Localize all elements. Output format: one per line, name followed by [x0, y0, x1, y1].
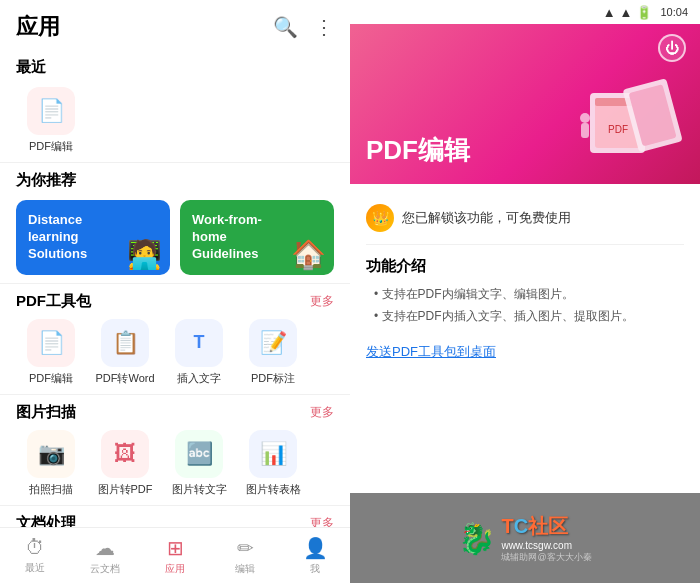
recent-label: 最近 — [16, 58, 46, 77]
power-icon: ⏻ — [665, 40, 679, 56]
image-to-pdf-icon: 🖼 — [101, 430, 149, 478]
nav-apps[interactable]: ⊞ 应用 — [140, 536, 210, 576]
image-scan-more[interactable]: 更多 — [310, 404, 334, 421]
time-display: 10:04 — [660, 6, 688, 18]
pdf-edit-tool-icon: 📄 — [27, 319, 75, 367]
image-to-text-icon: 🔤 — [175, 430, 223, 478]
hero-title: PDF编辑 — [366, 133, 470, 168]
wifi-icon: ▲ — [603, 5, 616, 20]
hero-illustration: PDF — [570, 63, 690, 179]
work-from-home-banner[interactable]: Work-from-home Guidelines 🏠 — [180, 200, 334, 275]
image-scan-label: 图片扫描 — [16, 403, 76, 422]
nav-recent[interactable]: ⏱ 最近 — [0, 536, 70, 575]
image-to-table-label: 图片转表格 — [246, 482, 301, 497]
pdf-edit-tool-label: PDF编辑 — [29, 371, 73, 386]
pdf-tools-header: PDF工具包 更多 — [0, 284, 350, 315]
more-options-icon[interactable]: ⋮ — [314, 15, 334, 39]
feature-item-1: 支持在PDF内编辑文字、编辑图片。 — [374, 284, 684, 306]
pdf-to-word-icon: 📋 — [101, 319, 149, 367]
status-icons: ▲ ▲ 🔋 — [603, 5, 653, 20]
nav-apps-label: 应用 — [165, 562, 185, 576]
nav-recent-label: 最近 — [25, 561, 45, 575]
bottom-navigation: ⏱ 最近 ☁ 云文档 ⊞ 应用 ✏ 编辑 👤 我 — [0, 527, 350, 583]
insert-text-label: 插入文字 — [177, 371, 221, 386]
insert-text-tool[interactable]: T 插入文字 — [164, 319, 234, 386]
pdf-to-word-label: PDF转Word — [95, 371, 154, 386]
unlock-text: 您已解锁该功能，可免费使用 — [402, 209, 571, 227]
search-icon[interactable]: 🔍 — [273, 15, 298, 39]
svg-text:PDF: PDF — [608, 124, 628, 135]
nav-edit-label: 编辑 — [235, 562, 255, 576]
nav-profile-icon: 👤 — [303, 536, 328, 560]
recent-row: 📄 PDF编辑 — [0, 81, 350, 162]
pdf-to-word-tool[interactable]: 📋 PDF转Word — [90, 319, 160, 386]
left-header: 应用 🔍 ⋮ — [0, 0, 350, 50]
photo-scan-label: 拍照扫描 — [29, 482, 73, 497]
image-to-text-tool[interactable]: 🔤 图片转文字 — [164, 430, 234, 497]
feature-list: 支持在PDF内编辑文字、编辑图片。 支持在PDF内插入文字、插入图片、提取图片。 — [366, 284, 684, 327]
nav-recent-icon: ⏱ — [25, 536, 45, 559]
svg-rect-7 — [581, 123, 589, 138]
image-to-text-label: 图片转文字 — [172, 482, 227, 497]
nav-cloud-icon: ☁ — [95, 536, 115, 560]
nav-apps-icon: ⊞ — [167, 536, 184, 560]
image-to-pdf-tool[interactable]: 🖼 图片转PDF — [90, 430, 160, 497]
nav-edit-icon: ✏ — [237, 536, 254, 560]
feature-item-2: 支持在PDF内插入文字、插入图片、提取图片。 — [374, 306, 684, 328]
app-title: 应用 — [16, 12, 60, 42]
pdf-annotate-tool[interactable]: 📝 PDF标注 — [238, 319, 308, 386]
watermark-line3: 城辅助网@客大大小秦 — [501, 551, 591, 564]
watermark-overlay: 🐉 TC社区 www.tcsgw.com 城辅助网@客大大小秦 — [350, 493, 700, 583]
svg-point-6 — [580, 113, 590, 123]
left-scroll-area: 最近 📄 PDF编辑 为你推荐 Distance learning Soluti… — [0, 50, 350, 583]
battery-icon: 🔋 — [636, 5, 652, 20]
distance-learning-banner[interactable]: Distance learning Solutions 🧑‍💻 — [16, 200, 170, 275]
pdf-tools-more[interactable]: 更多 — [310, 293, 334, 310]
pdf-edit-icon: 📄 — [27, 87, 75, 135]
recommended-label: 为你推荐 — [16, 171, 76, 190]
banner-green-illustration: 🏠 — [291, 238, 326, 271]
feature-intro-title: 功能介绍 — [366, 257, 684, 276]
banner-green-text: Work-from-home Guidelines — [192, 212, 277, 263]
pdf-annotate-label: PDF标注 — [251, 371, 295, 386]
nav-profile-label: 我 — [310, 562, 320, 576]
pdf-edit-tool[interactable]: 📄 PDF编辑 — [16, 319, 86, 386]
nav-edit[interactable]: ✏ 编辑 — [210, 536, 280, 576]
unlock-row: 👑 您已解锁该功能，可免费使用 — [366, 196, 684, 245]
watermark-tc: TC社区 — [501, 513, 591, 540]
send-to-desktop-link[interactable]: 发送PDF工具包到桌面 — [366, 343, 684, 361]
nav-profile[interactable]: 👤 我 — [280, 536, 350, 576]
recent-section-header: 最近 — [0, 50, 350, 81]
signal-icon: ▲ — [620, 5, 633, 20]
pdf-tools-row: 📄 PDF编辑 📋 PDF转Word T 插入文字 📝 PDF标注 — [0, 315, 350, 394]
power-button[interactable]: ⏻ — [658, 34, 686, 62]
header-icons: 🔍 ⋮ — [273, 15, 334, 39]
nav-cloud[interactable]: ☁ 云文档 — [70, 536, 140, 576]
banner-row: Distance learning Solutions 🧑‍💻 Work-fro… — [0, 194, 350, 283]
photo-scan-icon: 📷 — [27, 430, 75, 478]
photo-scan-tool[interactable]: 📷 拍照扫描 — [16, 430, 86, 497]
image-scan-row: 📷 拍照扫描 🖼 图片转PDF 🔤 图片转文字 📊 图片转表格 — [0, 426, 350, 505]
status-bar: ▲ ▲ 🔋 10:04 — [350, 0, 700, 24]
crown-icon: 👑 — [366, 204, 394, 232]
banner-blue-text: Distance learning Solutions — [28, 212, 113, 263]
image-to-table-icon: 📊 — [249, 430, 297, 478]
recommended-section-header: 为你推荐 — [0, 163, 350, 194]
watermark-url: www.tcsgw.com — [501, 540, 591, 551]
pdf-edit-label: PDF编辑 — [29, 139, 73, 154]
image-to-pdf-label: 图片转PDF — [98, 482, 153, 497]
pdf-annotate-icon: 📝 — [249, 319, 297, 367]
image-scan-header: 图片扫描 更多 — [0, 395, 350, 426]
image-to-table-tool[interactable]: 📊 图片转表格 — [238, 430, 308, 497]
banner-blue-illustration: 🧑‍💻 — [127, 238, 162, 271]
right-hero-section: ⏻ PDF编辑 PDF — [350, 24, 700, 184]
right-panel: ▲ ▲ 🔋 10:04 ⏻ PDF编辑 PDF — [350, 0, 700, 583]
recent-pdf-edit[interactable]: 📄 PDF编辑 — [16, 87, 86, 154]
pdf-tools-label: PDF工具包 — [16, 292, 91, 311]
insert-text-icon: T — [175, 319, 223, 367]
nav-cloud-label: 云文档 — [90, 562, 120, 576]
